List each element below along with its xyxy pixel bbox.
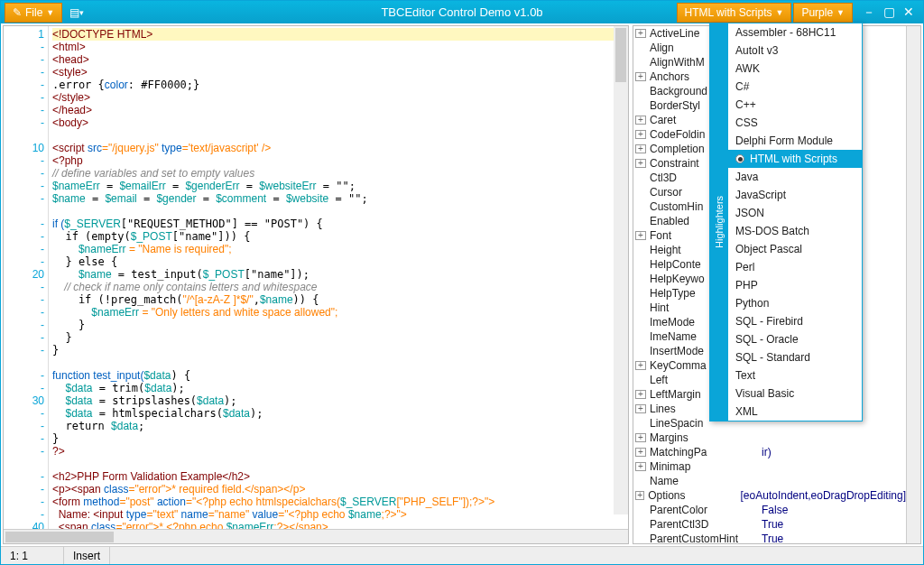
line-number: - [4, 230, 46, 243]
dropdown-item[interactable]: JavaScript [728, 186, 862, 204]
property-row[interactable]: ParentCtl3DTrue [633, 517, 906, 532]
line-number: - [4, 369, 46, 382]
dropdown-item-label: Visual Basic [735, 387, 794, 400]
line-number: - [4, 281, 46, 293]
dropdown-item[interactable]: C++ [728, 96, 862, 114]
editor[interactable]: 1-------10--------20--------30--------40… [4, 26, 628, 529]
line-number: 20 [4, 268, 46, 281]
dropdown-item[interactable]: AutoIt v3 [728, 42, 862, 60]
dropdown-item[interactable]: Text [728, 366, 862, 384]
expand-icon[interactable]: + [635, 491, 644, 500]
expand-icon[interactable]: + [635, 404, 646, 413]
dropdown-item[interactable]: MS-DOS Batch [728, 222, 862, 240]
chevron-down-icon: ▼ [836, 8, 845, 17]
property-name: Margins [648, 431, 758, 444]
vertical-scrollbar[interactable] [614, 26, 628, 514]
scroll-thumb[interactable] [5, 532, 114, 542]
line-number: - [4, 344, 46, 357]
gutter[interactable]: 1-------10--------20--------30--------40… [4, 26, 49, 529]
dropdown-item[interactable]: SQL - Firebird [728, 312, 862, 330]
dropdown-item[interactable]: SQL - Standard [728, 348, 862, 366]
property-row[interactable]: +Minimap [633, 459, 906, 474]
close-button[interactable]: ✕ [900, 5, 918, 20]
maximize-button[interactable]: ▢ [880, 5, 898, 20]
property-row[interactable]: ParentColorFalse [633, 503, 906, 517]
dropdown-item-label: CSS [735, 116, 758, 129]
expand-icon[interactable]: + [635, 361, 646, 370]
line-number: - [4, 154, 46, 167]
dropdown-item[interactable]: SQL - Oracle [728, 330, 862, 348]
dropdown-item[interactable]: Java [728, 168, 862, 186]
scroll-thumb[interactable] [615, 28, 626, 82]
expand-icon[interactable]: + [635, 72, 646, 81]
horizontal-scrollbar[interactable] [4, 529, 628, 543]
app-window: ✎File▼ ▤▾ TBCEditor Control Demo v1.0b H… [0, 0, 924, 565]
dropdown-item[interactable]: C# [728, 78, 862, 96]
dropdown-item[interactable]: Visual Basic [728, 384, 862, 403]
expand-icon[interactable]: + [635, 231, 646, 240]
dropdown-item[interactable]: CSS [728, 114, 862, 132]
theme-dropdown-button[interactable]: Purple▼ [793, 3, 853, 23]
toolbar-options-button[interactable]: ▤▾ [66, 5, 88, 21]
dropdown-item-label: XML [735, 405, 758, 418]
dropdown-item[interactable]: HTML with Scripts [728, 150, 862, 168]
expand-icon[interactable]: + [635, 144, 646, 153]
dropdown-item[interactable]: AWK [728, 60, 862, 78]
property-row[interactable]: ParentCustomHintTrue [633, 532, 906, 543]
dropdown-item[interactable]: JSON [728, 204, 862, 222]
dropdown-item[interactable]: Perl [728, 258, 862, 276]
chevron-down-icon: ▾ [79, 8, 84, 17]
expand-icon[interactable]: + [635, 448, 646, 457]
highlighter-dropdown-button[interactable]: HTML with Scripts▼ [677, 3, 792, 23]
line-number: - [4, 192, 46, 205]
expand-icon[interactable]: + [635, 462, 646, 471]
property-row[interactable]: Name [633, 474, 906, 488]
line-number: - [4, 319, 46, 331]
radio-icon [735, 154, 744, 163]
line-number [4, 205, 46, 218]
property-row[interactable]: +Options[eoAutoIndent,eoDragDropEditing] [633, 488, 906, 503]
highlighter-dropdown: Highlighters Assembler - 68HC11AutoIt v3… [709, 23, 863, 421]
line-number: - [4, 407, 46, 420]
property-name: Options [646, 489, 736, 502]
dropdown-item-label: AutoIt v3 [735, 44, 778, 57]
expand-icon[interactable]: + [635, 130, 646, 139]
dropdown-item-label: HTML with Scripts [750, 153, 837, 165]
dropdown-item[interactable]: Assembler - 68HC11 [728, 23, 862, 42]
line-number: - [4, 41, 46, 53]
dropdown-item-label: Assembler - 68HC11 [735, 26, 836, 39]
expand-icon[interactable]: + [635, 159, 646, 168]
dropdown-item[interactable]: PHP [728, 276, 862, 294]
property-value[interactable]: ir) [758, 446, 906, 458]
dropdown-item-label: SQL - Standard [735, 351, 810, 364]
highlighter-label: HTML with Scripts [685, 6, 772, 19]
property-value[interactable]: [eoAutoIndent,eoDragDropEditing] [737, 489, 906, 502]
property-row[interactable]: +Margins [633, 431, 906, 445]
dropdown-item-label: Delphi Form Module [735, 134, 833, 147]
line-number: - [4, 432, 46, 445]
property-value[interactable]: False [758, 504, 906, 516]
property-row[interactable]: +MatchingPair) [633, 445, 906, 459]
expand-icon[interactable]: + [635, 116, 646, 125]
editor-pane: 1-------10--------20--------30--------40… [3, 25, 629, 544]
line-number: - [4, 91, 46, 104]
dropdown-item-label: Perl [735, 261, 754, 273]
dropdown-tab-label[interactable]: Highlighters [710, 23, 728, 421]
file-menu-button[interactable]: ✎File▼ [5, 3, 62, 23]
dropdown-item[interactable]: Delphi Form Module [728, 132, 862, 150]
dropdown-item[interactable]: Python [728, 294, 862, 312]
line-number: - [4, 79, 46, 91]
code-area[interactable]: <!DOCTYPE HTML> <html> <head> <style> .e… [49, 26, 628, 529]
property-value[interactable]: True [758, 518, 906, 531]
expand-icon[interactable]: + [635, 390, 646, 399]
line-number: - [4, 218, 46, 230]
property-value[interactable]: True [758, 533, 906, 543]
expand-icon[interactable]: + [635, 29, 646, 38]
line-number: 40 [4, 521, 46, 529]
line-number: - [4, 483, 46, 496]
minimize-button[interactable]: － [860, 5, 878, 20]
expand-icon[interactable]: + [635, 433, 646, 442]
dropdown-item[interactable]: Object Pascal [728, 240, 862, 258]
property-scrollbar[interactable] [906, 26, 920, 543]
dropdown-item[interactable]: XML [728, 403, 862, 421]
